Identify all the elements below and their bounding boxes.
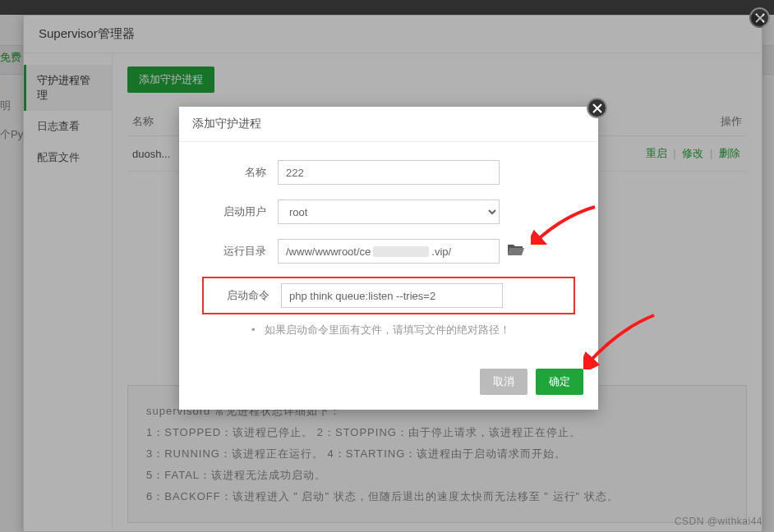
dir-value-suffix: .vip/: [431, 245, 451, 258]
dir-value-prefix: /www/wwwroot/ce: [286, 245, 371, 258]
note-text: 如果启动命令里面有文件，请填写文件的绝对路径！: [265, 323, 510, 336]
dir-input[interactable]: /www/wwwroot/ce .vip/: [278, 239, 500, 264]
form-row-dir: 运行目录 /www/wwwroot/ce .vip/: [204, 239, 574, 264]
watermark: CSDN @withkai44: [675, 516, 762, 527]
label-cmd: 启动命令: [207, 288, 281, 303]
label-dir: 运行目录: [204, 244, 278, 259]
form-row-cmd: 启动命令: [204, 278, 574, 313]
user-select[interactable]: root: [278, 200, 500, 224]
modal-title: 添加守护进程: [179, 107, 598, 142]
label-user: 启动用户: [204, 204, 278, 219]
folder-open-icon[interactable]: [508, 243, 524, 260]
form-row-user: 启动用户 root: [204, 200, 574, 224]
form-row-name: 名称: [204, 160, 574, 185]
confirm-button[interactable]: 确定: [536, 369, 583, 395]
name-input[interactable]: [278, 160, 500, 185]
redacted-segment: [373, 246, 429, 257]
close-icon[interactable]: [587, 98, 607, 118]
label-name: 名称: [204, 165, 278, 180]
cmd-input[interactable]: [281, 283, 503, 308]
form: 名称 启动用户 root 运行目录 /www/wwwroot/ce .vip/ …: [179, 142, 598, 365]
cancel-button[interactable]: 取消: [480, 369, 528, 395]
add-process-modal: 添加守护进程 名称 启动用户 root 运行目录 /www/wwwroot/ce…: [179, 107, 598, 410]
form-note: • 如果启动命令里面有文件，请填写文件的绝对路径！: [204, 323, 574, 337]
bullet-icon: •: [251, 323, 256, 336]
modal-footer: 取消 确定: [179, 365, 598, 410]
